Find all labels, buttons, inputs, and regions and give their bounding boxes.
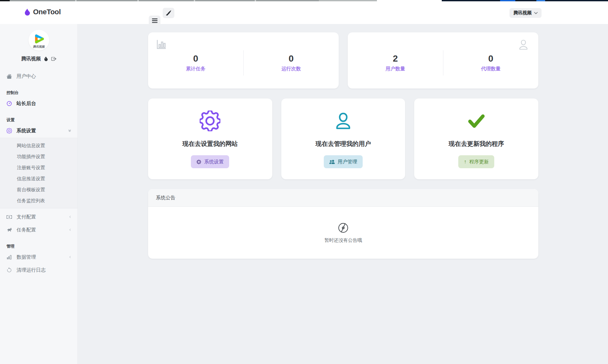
stat-label: 累计任务 bbox=[148, 66, 243, 72]
arrow-up-icon: ↑ bbox=[464, 159, 466, 165]
workspace-dropdown[interactable]: 腾讯视频 bbox=[509, 8, 542, 18]
action-title: 现在去管理我的用户 bbox=[316, 140, 371, 148]
stat-label: 用户数量 bbox=[348, 66, 443, 72]
chevron-left-icon bbox=[68, 215, 72, 218]
bar-chart-icon bbox=[155, 38, 168, 51]
setup-site-card: 现在去设置我的网站 系统设置 bbox=[148, 99, 272, 179]
stat-value: 0 bbox=[148, 53, 243, 64]
user-management-button[interactable]: 用户管理 bbox=[324, 155, 363, 168]
sidebar-item-label: 用户中心 bbox=[17, 73, 36, 79]
logout-icon[interactable] bbox=[51, 56, 56, 61]
stat-columns: 0 累计任务 0 运行次数 bbox=[148, 50, 339, 76]
sidebar-item-label: 清理运行日志 bbox=[17, 267, 46, 273]
sidebar-subitem-task-monitor[interactable]: 任务监控列表 bbox=[0, 195, 77, 206]
sidebar-section-management: 管理 bbox=[0, 242, 77, 251]
stat-run-count: 0 运行次数 bbox=[244, 53, 339, 72]
droplet-icon[interactable] bbox=[44, 56, 48, 61]
chevron-left-icon bbox=[68, 255, 72, 259]
action-title: 现在去更新我的程序 bbox=[449, 140, 504, 148]
house-icon bbox=[6, 74, 12, 79]
button-label: 系统设置 bbox=[204, 159, 224, 165]
stat-total-tasks: 0 累计任务 bbox=[148, 53, 243, 72]
announcement-title: 系统公告 bbox=[156, 195, 175, 201]
sidebar-item-user-center[interactable]: 用户中心 bbox=[0, 70, 77, 83]
chevron-left-icon bbox=[68, 228, 72, 231]
stat-agent-count: 0 代理数量 bbox=[443, 53, 539, 72]
sidebar: 腾讯视频 腾讯视频 用户中心 控制台 站长后 bbox=[0, 24, 78, 364]
speedometer-icon bbox=[6, 101, 12, 106]
brand: OneTool bbox=[24, 8, 61, 16]
stat-value: 0 bbox=[244, 53, 339, 64]
brush-icon bbox=[166, 10, 171, 16]
stat-columns: 2 用户数量 0 代理数量 bbox=[348, 50, 538, 76]
brand-name: OneTool bbox=[33, 8, 61, 16]
page: OneTool 腾讯视频 bbox=[0, 0, 608, 364]
announcement-header: 系统公告 bbox=[148, 189, 538, 207]
announcement-panel: 系统公告 暂时还没有公告哦 bbox=[148, 189, 538, 259]
sidebar-subitem-site-info[interactable]: 网站信息设置 bbox=[0, 140, 77, 151]
stat-label: 代理数量 bbox=[443, 66, 539, 72]
sidebar-subitem-template[interactable]: 前台模板设置 bbox=[0, 184, 77, 195]
stat-value: 0 bbox=[443, 53, 539, 64]
disc-slash-icon bbox=[337, 222, 349, 234]
theme-button[interactable] bbox=[163, 8, 174, 18]
program-update-button[interactable]: ↑ 程序更新 bbox=[458, 155, 494, 168]
bar-chart-icon bbox=[6, 254, 12, 260]
people-icon bbox=[329, 159, 335, 165]
topbar: OneTool 腾讯视频 bbox=[0, 1, 608, 24]
sidebar-section-settings: 设置 bbox=[0, 116, 77, 124]
sidebar-item-label: 任务配置 bbox=[17, 227, 36, 233]
button-label: 程序更新 bbox=[469, 159, 489, 165]
announcement-empty-text: 暂时还没有公告哦 bbox=[324, 237, 362, 243]
stat-user-count: 2 用户数量 bbox=[348, 53, 443, 72]
sidebar-subitem-push[interactable]: 信息推送设置 bbox=[0, 173, 77, 184]
sidebar-subitem-register[interactable]: 注册账号设置 bbox=[0, 162, 77, 173]
system-settings-submenu: 网站信息设置 功能插件设置 注册账号设置 信息推送设置 前台模板设置 任务监控列… bbox=[0, 138, 77, 208]
stat-label: 运行次数 bbox=[244, 66, 339, 72]
sidebar-item-label: 数据管理 bbox=[17, 254, 36, 260]
sidebar-item-label: 站长后台 bbox=[17, 100, 36, 107]
gear-icon bbox=[196, 159, 201, 164]
announcement-empty-state: 暂时还没有公告哦 bbox=[148, 207, 538, 258]
sidebar-item-system-settings[interactable]: 系统设置 bbox=[0, 124, 77, 137]
update-program-card: 现在去更新我的程序 ↑ 程序更新 bbox=[414, 99, 538, 179]
workspace-dropdown-label: 腾讯视频 bbox=[513, 10, 532, 16]
sidebar-item-label: 系统设置 bbox=[17, 128, 36, 134]
actions-row: 现在去设置我的网站 系统设置 现在去管理我的用户 用户管理 bbox=[148, 99, 538, 179]
stat-value: 2 bbox=[348, 53, 443, 64]
person-icon bbox=[517, 38, 530, 51]
sidebar-subitem-plugins[interactable]: 功能插件设置 bbox=[0, 151, 77, 162]
avatar-caption: 腾讯视频 bbox=[29, 45, 49, 49]
tencent-video-logo-icon bbox=[32, 32, 46, 46]
gear-icon bbox=[200, 111, 220, 131]
task-stats-card: 0 累计任务 0 运行次数 bbox=[148, 32, 339, 88]
system-settings-button[interactable]: 系统设置 bbox=[191, 155, 229, 168]
sidebar-menu: 用户中心 控制台 站长后台 设置 系统设置 网站信息设置 bbox=[0, 70, 77, 276]
main-content: 0 累计任务 0 运行次数 2 用户数量 bbox=[78, 24, 608, 364]
action-title: 现在去设置我的网站 bbox=[182, 140, 238, 148]
site-row: 腾讯视频 bbox=[0, 56, 77, 62]
stats-row: 0 累计任务 0 运行次数 2 用户数量 bbox=[148, 32, 538, 88]
button-label: 用户管理 bbox=[338, 159, 357, 165]
sidebar-item-admin-dashboard[interactable]: 站长后台 bbox=[0, 97, 77, 110]
chevron-double-down-icon bbox=[68, 129, 72, 133]
sidebar-section-console: 控制台 bbox=[0, 88, 77, 97]
site-name: 腾讯视频 bbox=[21, 56, 41, 62]
sidebar-item-label: 支付配置 bbox=[17, 214, 36, 220]
sidebar-item-data-management[interactable]: 数据管理 bbox=[0, 251, 77, 264]
check-icon bbox=[466, 111, 487, 131]
gear-icon bbox=[6, 128, 12, 134]
user-stats-card: 2 用户数量 0 代理数量 bbox=[348, 32, 538, 88]
hamburger-icon bbox=[152, 18, 158, 23]
sidebar-item-payment-config[interactable]: 支付配置 bbox=[0, 210, 77, 223]
manage-users-card: 现在去管理我的用户 用户管理 bbox=[281, 99, 405, 179]
droplet-flame-icon bbox=[24, 9, 31, 16]
sidebar-item-clear-logs[interactable]: 清理运行日志 bbox=[0, 264, 77, 276]
chevron-down-icon bbox=[534, 12, 538, 14]
dog-icon bbox=[6, 227, 12, 233]
cash-icon bbox=[6, 214, 12, 220]
person-icon bbox=[333, 111, 354, 131]
refresh-icon bbox=[6, 267, 12, 273]
sidebar-item-task-config[interactable]: 任务配置 bbox=[0, 223, 77, 236]
avatar[interactable]: 腾讯视频 bbox=[29, 30, 49, 51]
